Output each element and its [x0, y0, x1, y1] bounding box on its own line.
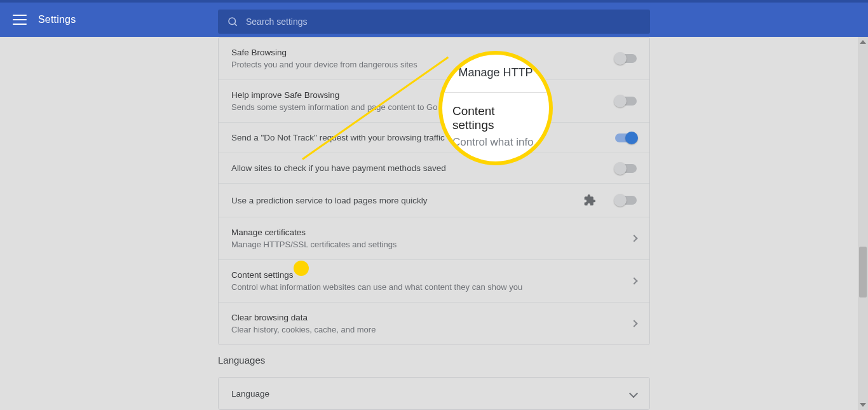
chevron-right-icon — [630, 235, 637, 242]
row-label: Content settings — [231, 270, 606, 280]
search-box[interactable] — [218, 10, 650, 34]
row-clear-data[interactable]: Clear browsing data Clear history, cooki… — [219, 303, 649, 345]
row-sublabel: Manage HTTPS/SSL certificates and settin… — [231, 240, 606, 249]
row-content-settings[interactable]: Content settings Control what informatio… — [219, 260, 649, 303]
menu-icon[interactable] — [13, 15, 27, 25]
row-label: Safe Browsing — [231, 48, 590, 57]
callout-magnifier: Manage HTTP Content settings Control wha… — [438, 51, 553, 165]
row-prediction[interactable]: Use a prediction service to load pages m… — [219, 184, 649, 217]
row-label: Use a prediction service to load pages m… — [231, 196, 558, 205]
toggle-safe-browsing[interactable] — [615, 54, 637, 63]
scroll-up-button[interactable] — [858, 37, 868, 47]
app-header: Settings — [0, 0, 868, 37]
row-safe-browsing[interactable]: Safe Browsing Protects you and your devi… — [219, 38, 649, 80]
row-payment[interactable]: Allow sites to check if you have payment… — [219, 153, 649, 184]
callout-sub: Control what info — [452, 136, 539, 149]
svg-line-1 — [234, 24, 236, 25]
toggle-help-improve[interactable] — [615, 97, 637, 106]
svg-point-0 — [229, 18, 236, 25]
callout-pretext: Manage HTTP — [452, 66, 539, 79]
row-label: Allow sites to check if you have payment… — [231, 163, 590, 173]
row-label: Manage certificates — [231, 228, 606, 237]
search-icon — [227, 16, 238, 27]
row-sublabel: Clear history, cookies, cache, and more — [231, 325, 606, 334]
toggle-payment[interactable] — [615, 164, 637, 173]
app-title: Settings — [38, 14, 76, 25]
row-help-improve[interactable]: Help improve Safe Browsing Sends some sy… — [219, 80, 649, 123]
toggle-do-not-track[interactable] — [615, 133, 637, 142]
row-label: Clear browsing data — [231, 313, 606, 322]
triangle-up-icon — [860, 40, 866, 44]
row-sublabel: Control what information websites can us… — [231, 282, 606, 292]
chevron-right-icon — [630, 320, 637, 327]
vertical-scrollbar[interactable] — [858, 37, 868, 410]
scroll-thumb[interactable] — [859, 247, 867, 297]
row-do-not-track[interactable]: Send a "Do Not Track" request with your … — [219, 123, 649, 153]
privacy-settings-card: Safe Browsing Protects you and your devi… — [218, 37, 650, 345]
triangle-down-icon — [860, 403, 866, 407]
callout-anchor-dot — [294, 261, 309, 276]
section-heading-languages: Languages — [218, 355, 650, 366]
row-manage-certs[interactable]: Manage certificates Manage HTTPS/SSL cer… — [219, 217, 649, 260]
toggle-prediction[interactable] — [615, 196, 637, 205]
callout-title: Content settings — [452, 104, 539, 132]
scroll-down-button[interactable] — [858, 400, 868, 410]
row-label: Language — [231, 389, 269, 399]
chevron-down-icon — [629, 389, 638, 398]
row-language[interactable]: Language — [218, 377, 650, 410]
extension-icon — [583, 194, 596, 207]
search-input[interactable] — [246, 17, 641, 27]
chevron-right-icon — [630, 277, 637, 284]
